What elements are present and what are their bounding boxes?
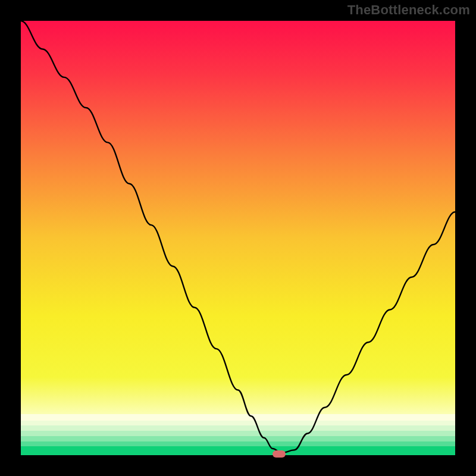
current-config-marker	[273, 450, 286, 458]
bottleneck-curve	[21, 21, 455, 453]
chart-container: TheBottleneck.com	[0, 0, 476, 476]
plot-area	[21, 21, 455, 455]
curve-svg	[21, 21, 455, 455]
watermark-text: TheBottleneck.com	[347, 2, 470, 18]
